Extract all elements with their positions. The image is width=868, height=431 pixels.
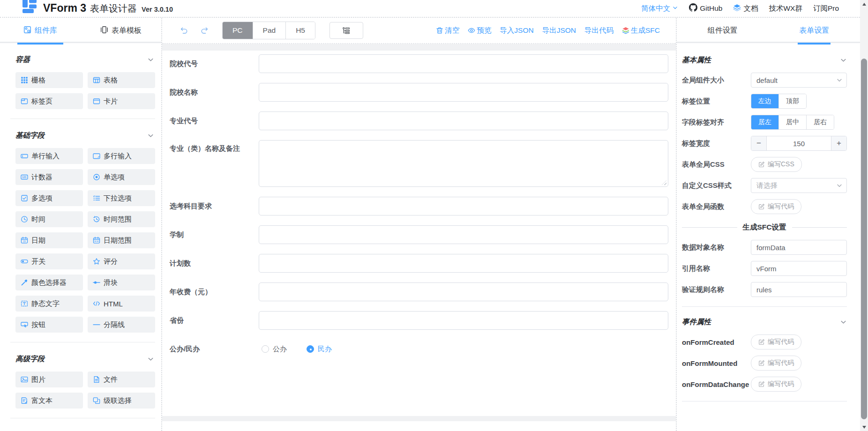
widget-item-number[interactable]: 123计数器: [15, 169, 83, 185]
label-align-option[interactable]: 居右: [806, 115, 834, 129]
global-size-select[interactable]: default: [751, 73, 847, 88]
stepper-value[interactable]: 150: [767, 136, 831, 150]
widget-item-time[interactable]: 时间: [15, 211, 83, 227]
decrease-button[interactable]: −: [751, 136, 767, 150]
widget-item-input[interactable]: 单行输入: [15, 148, 83, 164]
setting-control: default: [751, 73, 847, 88]
docs-link[interactable]: 文档: [733, 4, 758, 14]
device-mode-h5[interactable]: H5: [285, 22, 315, 39]
widget-item-textarea[interactable]: 多行输入: [88, 148, 155, 164]
label-position-option[interactable]: 左边: [751, 94, 778, 108]
node-tree-button[interactable]: [329, 22, 363, 39]
form-rules-name-input[interactable]: rules: [751, 282, 847, 297]
widget-item-time-range[interactable]: 时间范围: [88, 211, 155, 227]
github-link[interactable]: GitHub: [689, 3, 722, 14]
widget-item-checkbox[interactable]: 多选项: [15, 190, 83, 206]
widget-item-file-upload[interactable]: 文件: [88, 372, 155, 387]
field-input[interactable]: [259, 282, 668, 301]
widget-item-radio[interactable]: 单选项: [88, 169, 155, 185]
widget-item-tab[interactable]: 标签页: [15, 93, 83, 109]
form-model-name-input[interactable]: formData: [751, 240, 847, 255]
widget-item-date-range[interactable]: 日期范围: [88, 232, 155, 248]
widget-item-picture-upload[interactable]: 图片: [15, 372, 83, 387]
scrollbar-thumb[interactable]: [861, 59, 867, 419]
label-align-option[interactable]: 居中: [778, 115, 806, 129]
field-textarea[interactable]: [259, 140, 668, 187]
radio-option[interactable]: 民办: [307, 345, 332, 354]
label-align-option[interactable]: 居左: [751, 115, 778, 129]
form-field-college-code[interactable]: 院校代号: [170, 54, 668, 73]
widget-item-button[interactable]: 按钮: [15, 317, 83, 333]
global-functions-edit-button[interactable]: 编写代码: [751, 199, 801, 214]
field-input[interactable]: [259, 311, 668, 330]
tab-widget-settings[interactable]: 组件设置: [677, 18, 769, 43]
page-scrollbar[interactable]: [860, 0, 868, 431]
widget-item-select[interactable]: 下拉选项: [88, 190, 155, 206]
tab-form-template[interactable]: 表单模板: [81, 18, 161, 43]
scrollbar-down-arrow[interactable]: [860, 423, 868, 431]
wx-group-link[interactable]: 技术WX群: [769, 4, 802, 14]
field-input[interactable]: [259, 254, 668, 273]
form-field-schooling-years[interactable]: 学制: [170, 225, 668, 244]
field-input[interactable]: [259, 111, 668, 130]
form-css-edit-button[interactable]: 编写CSS: [751, 157, 802, 172]
widget-item-slider[interactable]: 滑块: [88, 275, 155, 290]
widget-item-rich-editor[interactable]: 富文本: [15, 393, 83, 409]
field-input[interactable]: [259, 225, 668, 244]
widget-item-switch[interactable]: 开关: [15, 253, 83, 269]
undo-button[interactable]: [175, 22, 191, 38]
subscribe-pro-link[interactable]: 订阅Pro: [813, 4, 839, 14]
widget-item-html[interactable]: HTML: [88, 296, 155, 312]
device-mode-pc[interactable]: PC: [223, 22, 253, 39]
language-selector[interactable]: 简体中文: [641, 4, 678, 14]
form-field-major-code[interactable]: 专业代号: [170, 111, 668, 130]
widget-item-color-picker[interactable]: 颜色选择器: [15, 275, 83, 290]
widget-item-table[interactable]: 表格: [88, 72, 155, 88]
chevron-down-icon[interactable]: [840, 57, 847, 64]
onFormDataChange-edit-button[interactable]: 编写代码: [751, 377, 801, 392]
redo-button[interactable]: [197, 22, 213, 38]
widget-item-rate[interactable]: 评分: [88, 253, 155, 269]
preview-label: 预览: [477, 26, 491, 36]
widget-item-divider[interactable]: 分隔线: [88, 317, 155, 333]
chevron-down-icon[interactable]: [147, 56, 154, 63]
form-canvas[interactable]: 院校代号院校名称专业代号专业（类）名称及备注选考科目要求学制计划数年收费（元）省…: [162, 44, 676, 431]
chevron-down-icon[interactable]: [840, 319, 847, 326]
increase-button[interactable]: +: [831, 136, 846, 150]
export-json-button[interactable]: 导出JSON: [542, 26, 576, 36]
form-field-public-private[interactable]: 公办/民办公办民办: [170, 340, 668, 358]
preview-button[interactable]: 预览: [468, 26, 491, 36]
chevron-down-icon[interactable]: [147, 132, 154, 139]
generate-sfc-button[interactable]: 生成SFC: [622, 26, 660, 36]
form-field-college-name[interactable]: 院校名称: [170, 83, 668, 102]
onFormCreated-edit-button[interactable]: 编写代码: [751, 334, 801, 349]
clear-button[interactable]: 清空: [436, 26, 459, 36]
field-input[interactable]: [259, 197, 668, 216]
form-field-subject-requirement[interactable]: 选考科目要求: [170, 197, 668, 216]
custom-class-select[interactable]: 请选择: [751, 178, 847, 193]
device-mode-pad[interactable]: Pad: [253, 22, 286, 39]
form-field-province[interactable]: 省份: [170, 311, 668, 330]
tab-widget-lib[interactable]: 组件库: [0, 18, 81, 43]
import-json-button[interactable]: 导入JSON: [500, 26, 533, 36]
form-field-major-name-remark[interactable]: 专业（类）名称及备注: [170, 140, 668, 187]
form-field-plan-count[interactable]: 计划数: [170, 254, 668, 273]
widget-item-cascader[interactable]: 级联选择: [88, 393, 155, 409]
export-code-button[interactable]: 导出代码: [584, 26, 614, 36]
tab-form-settings[interactable]: 表单设置: [769, 18, 861, 43]
widget-item-grid[interactable]: 栅格: [15, 72, 83, 88]
scrollbar-up-arrow[interactable]: [860, 0, 868, 8]
svg-text:19: 19: [23, 240, 26, 243]
field-input[interactable]: [259, 83, 668, 102]
field-input[interactable]: [259, 54, 668, 73]
field-control: [259, 225, 668, 244]
widget-item-static-text[interactable]: 静态文字: [15, 296, 83, 312]
onFormMounted-edit-button[interactable]: 编写代码: [751, 356, 801, 371]
widget-item-date[interactable]: 19日期: [15, 232, 83, 248]
form-field-annual-fee[interactable]: 年收费（元）: [170, 282, 668, 301]
widget-item-card[interactable]: 卡片: [88, 93, 155, 109]
form-ref-name-input[interactable]: vForm: [751, 261, 847, 276]
radio-option[interactable]: 公办: [262, 345, 287, 354]
chevron-down-icon[interactable]: [147, 356, 154, 363]
label-position-option[interactable]: 顶部: [778, 94, 806, 108]
